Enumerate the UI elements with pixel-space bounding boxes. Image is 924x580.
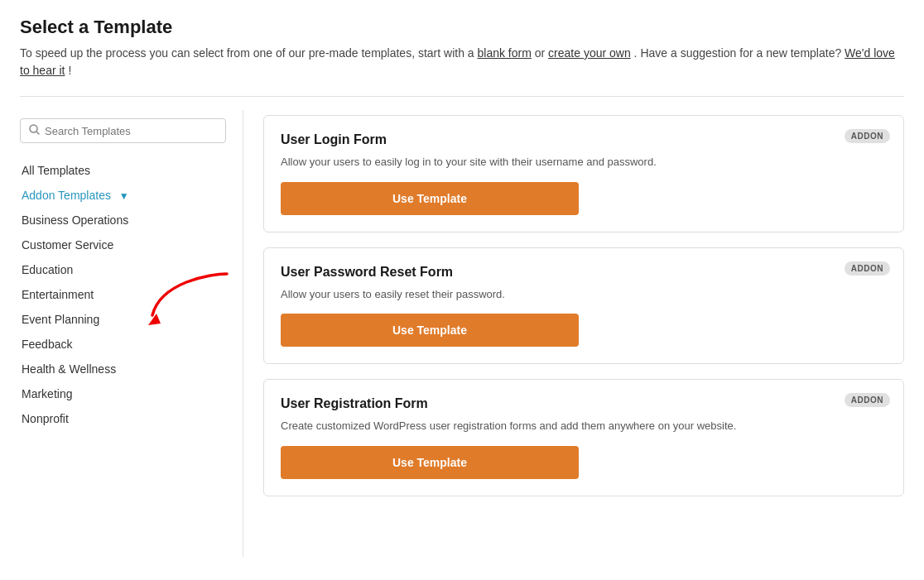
use-template-button-2[interactable]: Use Template [281,446,579,479]
subtitle-text-mid: or [535,46,548,60]
header-divider [20,96,904,97]
template-desc-1: Allow your users to easily reset their p… [281,286,887,303]
page-subtitle: To speed up the process you can select f… [20,45,904,79]
template-card-0: ADDON User Login Form Allow your users t… [263,115,904,232]
sidebar-item-label: Education [22,263,73,276]
blank-form-link[interactable]: blank form [478,46,532,60]
sidebar-item-label: Customer Service [22,238,113,252]
template-desc-0: Allow your users to easily log in to you… [281,154,887,170]
template-desc-2: Create customized WordPress user registr… [281,418,887,434]
content-area: ADDON User Login Form Allow your users t… [243,110,904,557]
addon-badge-0: ADDON [845,129,890,143]
sidebar-item-event-planning[interactable]: Event Planning [20,307,243,332]
template-title-1: User Password Reset Form [281,265,887,280]
addon-badge-2: ADDON [845,393,890,407]
subtitle-text-before: To speed up the process you can select f… [20,46,478,60]
sidebar-item-label: Business Operations [22,213,128,227]
main-layout: All Templates Addon Templates ▼ Business… [20,110,904,557]
sidebar-item-label: Addon Templates [22,189,111,202]
sidebar-item-education[interactable]: Education [20,257,243,282]
active-arrow-icon: ▼ [119,190,129,202]
sidebar-item-marketing[interactable]: Marketing [20,381,243,406]
template-card-1: ADDON User Password Reset Form Allow you… [263,247,904,365]
sidebar-item-customer-service[interactable]: Customer Service [20,232,243,257]
sidebar-item-feedback[interactable]: Feedback [20,332,243,357]
use-template-button-0[interactable]: Use Template [281,182,579,215]
sidebar-item-label: Entertainment [22,288,94,301]
sidebar-item-label: Feedback [22,338,72,351]
sidebar-item-nonprofit[interactable]: Nonprofit [20,406,243,431]
sidebar-item-all-templates[interactable]: All Templates [20,158,243,183]
sidebar-item-label: Nonprofit [22,412,69,425]
sidebar-item-label: Marketing [22,387,72,400]
sidebar-item-label: Event Planning [22,313,99,326]
sidebar: All Templates Addon Templates ▼ Business… [20,110,243,557]
template-title-2: User Registration Form [281,396,887,411]
sidebar-item-label: All Templates [22,164,90,177]
svg-line-1 [36,132,39,134]
addon-badge-1: ADDON [845,261,890,276]
sidebar-item-entertainment[interactable]: Entertainment [20,282,243,307]
create-own-link[interactable]: create your own [548,46,631,60]
search-box[interactable] [20,118,226,143]
page-header: Select a Template To speed up the proces… [20,17,904,79]
subtitle-text-after: . Have a suggestion for a new template? [634,46,845,60]
template-title-0: User Login Form [281,132,887,147]
subtitle-text-end: ! [68,64,71,77]
sidebar-nav: All Templates Addon Templates ▼ Business… [20,158,243,431]
page-title: Select a Template [20,17,904,38]
sidebar-item-business-operations[interactable]: Business Operations [20,208,243,232]
use-template-button-1[interactable]: Use Template [281,314,579,347]
sidebar-item-addon-templates[interactable]: Addon Templates ▼ [20,183,243,208]
search-input[interactable] [45,125,217,137]
search-icon [29,124,40,137]
sidebar-item-label: Health & Wellness [22,362,116,376]
sidebar-item-health-wellness[interactable]: Health & Wellness [20,357,243,381]
template-card-2: ADDON User Registration Form Create cust… [263,379,904,496]
